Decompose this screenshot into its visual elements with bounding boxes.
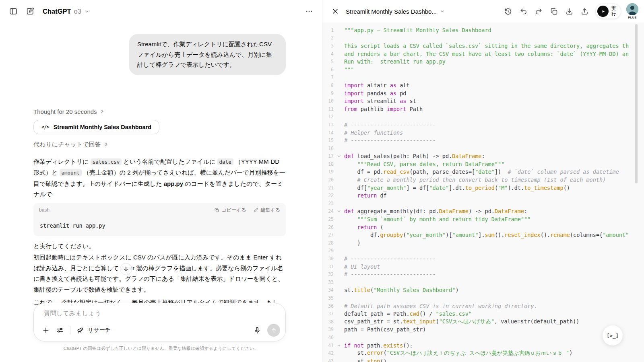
line-number: 43 [322, 358, 334, 362]
code-line: 3This script loads a CSV called `sales.c… [322, 42, 644, 50]
line-number: 1 [322, 27, 334, 33]
inline-code: date [217, 158, 233, 165]
new-chat-icon[interactable] [26, 7, 35, 16]
code-line: 21 df["year_month"] = df["date"].dt.to_p… [322, 184, 644, 192]
copy-code-button[interactable]: コピーする [214, 207, 246, 214]
version-history-icon[interactable] [504, 7, 512, 16]
code-icon: </> [41, 124, 49, 130]
copy-document-icon[interactable] [550, 7, 558, 16]
code-block-content: streamlit run app.py [33, 215, 286, 236]
canvas-title-menu[interactable]: Streamlit Monthly Sales Dashbo... [346, 8, 445, 15]
canvas-card-title: Streamlit Monthly Sales Dashboard [54, 124, 151, 130]
dictate-button[interactable] [253, 326, 261, 334]
code-line: 13# -------------------------- [322, 121, 644, 129]
scroll-to-bottom-button[interactable] [120, 263, 132, 275]
code-line: 41if not path.exists(): [322, 341, 644, 350]
line-number: 10 [322, 98, 334, 104]
code-line: 23 [322, 200, 644, 208]
chat-input[interactable]: 質問してみましょう [44, 309, 101, 318]
line-number: 33 [322, 280, 334, 285]
reply-in-chat-toggle[interactable]: 代わりにチャットで回答 [33, 141, 286, 148]
code-line: 27 df.groupby("year_month")["amount"].su… [322, 231, 644, 239]
account-button[interactable]: PLUS [626, 3, 638, 19]
thought-toggle[interactable]: Thought for 20 seconds [33, 108, 286, 115]
code-line: 34st.title("Monthly Sales Dashboard") [322, 286, 644, 294]
line-number: 35 [322, 295, 334, 301]
research-button[interactable]: リサーチ [76, 326, 111, 334]
line-number: 39 [322, 327, 334, 332]
code-line: 32# -------------------------- [322, 270, 644, 278]
download-icon[interactable] [565, 7, 574, 16]
redo-icon[interactable] [535, 7, 543, 16]
plus-icon [42, 326, 50, 334]
line-number: 29 [322, 248, 334, 253]
line-number: 8 [322, 82, 334, 88]
tools-button[interactable] [56, 326, 64, 334]
edit-code-button[interactable]: 編集する [253, 207, 280, 214]
undo-icon[interactable] [519, 7, 528, 16]
run-button[interactable]: 実行 [595, 4, 621, 19]
research-label: リサーチ [88, 327, 111, 334]
code-line: 38csv_path_str = st.text_input("CSVスへほハげ… [322, 318, 644, 326]
line-number: 14 [322, 130, 334, 136]
code-line: 35 [322, 294, 644, 302]
edit-code-label: 編集する [260, 207, 280, 214]
fold-toggle[interactable] [334, 209, 344, 213]
code-line: 9import pandas as pd [322, 89, 644, 97]
code-line: 8import altair as alt [322, 81, 644, 89]
canvas-document-card[interactable]: </> Streamlit Monthly Sales Dashboard [33, 120, 159, 134]
line-number: 5 [322, 59, 334, 64]
console-icon: [>_] [607, 333, 619, 339]
share-icon[interactable] [580, 7, 589, 16]
user-message: Streamlitで、作業ディレクトリに配置されたCSVファイルから売上データを… [129, 34, 286, 75]
code-line: 42 st.error("CSVスへほハｊ訣えｉのぢｙぶ スへほハ蔓が笑塾ぶ害鍋… [322, 349, 644, 357]
fold-chevron-icon [337, 343, 341, 348]
microphone-icon [253, 326, 261, 334]
assistant-paragraph-2: と実行してください。 [33, 241, 286, 252]
line-number: 18 [322, 161, 334, 167]
send-button[interactable] [267, 324, 280, 337]
code-line: 19 df = pd.read_csv(path, parse_dates=["… [322, 168, 644, 176]
console-toggle-button[interactable]: [>_] [603, 325, 623, 346]
code-language-label: bash [39, 207, 50, 213]
sliders-icon [56, 326, 64, 334]
code-editor[interactable]: 1"""app.py — Streamlit Monthly Sales Das… [322, 23, 644, 362]
chevron-right-icon [100, 109, 105, 114]
code-line: 7 [322, 74, 644, 82]
close-canvas-icon[interactable] [331, 7, 339, 15]
line-number: 25 [322, 216, 334, 222]
chevron-right-icon [104, 142, 109, 147]
code-line: 18 """Read CSV, parse dates, return Data… [322, 160, 644, 168]
canvas-panel: Streamlit Monthly Sales Dashbo... [322, 0, 644, 362]
inline-code: amount [60, 169, 82, 176]
line-number: 13 [322, 122, 334, 128]
copy-code-label: コピーする [221, 207, 246, 214]
code-line: 28 ) [322, 239, 644, 247]
fold-toggle[interactable] [334, 343, 344, 348]
line-number: 37 [322, 311, 334, 317]
line-number: 26 [322, 224, 334, 230]
line-number: 12 [322, 114, 334, 119]
code-line: 24def aggregate_monthly(df: pd.DataFrame… [322, 208, 644, 216]
code-line: 26 return ( [322, 223, 644, 231]
fold-toggle[interactable] [334, 154, 344, 158]
code-line: 11from pathlib import Path [322, 105, 644, 113]
attach-button[interactable] [42, 326, 50, 334]
code-line: 15# -------------------------- [322, 136, 644, 144]
assistant-paragraph-1: 作業ディレクトリに sales.csv という名前で配置したファイルに date… [33, 156, 286, 200]
sidebar-toggle-icon[interactable] [9, 7, 18, 16]
line-number: 38 [322, 319, 334, 325]
code-line: 17def load_sales(path: Path) -> pd.DataF… [322, 152, 644, 160]
code-line: 33 [322, 278, 644, 286]
line-number: 36 [322, 303, 334, 309]
model-selector[interactable]: ChatGPT o3 [43, 8, 89, 15]
edit-icon [253, 208, 258, 213]
line-number: 17 [322, 153, 334, 159]
conversation-options-icon[interactable] [305, 7, 313, 15]
line-number: 2 [322, 35, 334, 41]
canvas-title: Streamlit Monthly Sales Dashbo... [346, 8, 437, 15]
code-line: 20 # Create a monthly period then conver… [322, 176, 644, 184]
canvas-scrollbar[interactable] [635, 24, 638, 183]
code-line: 30# -------------------------- [322, 255, 644, 263]
code-line: 36# Default path assumes CSV is in curre… [322, 302, 644, 310]
